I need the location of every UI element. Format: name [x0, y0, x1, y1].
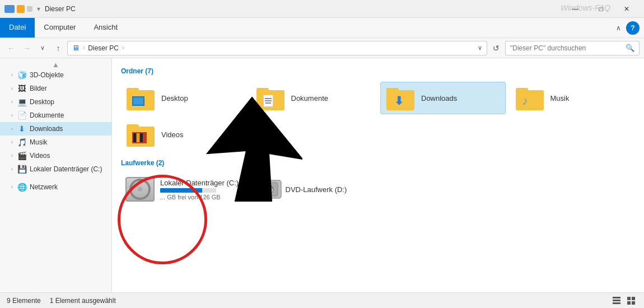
- tab-computer[interactable]: Computer: [35, 18, 85, 38]
- dokumente-label: Dokumente: [291, 94, 328, 102]
- window-icon: [4, 5, 15, 13]
- sidebar-label-musik: Musik: [30, 138, 47, 146]
- videos-label: Videos: [161, 130, 184, 139]
- expand-arrow: ›: [11, 184, 13, 190]
- expand-arrow: ›: [11, 86, 13, 91]
- sidebar-item-dokumente[interactable]: › 📄 Dokumente: [0, 109, 111, 122]
- musik-label: Musik: [550, 94, 570, 102]
- svg-rect-8: [613, 302, 620, 304]
- main-area: ▲ › 🧊 3D-Objekte › 🖼 Bilder › 💻 Desktop …: [0, 58, 644, 292]
- folder-dokumente[interactable]: Dokumente: [251, 82, 376, 114]
- expand-arrow: ›: [11, 153, 13, 158]
- desktop-label: Desktop: [161, 94, 188, 102]
- drive-c-progress-bar: [160, 188, 216, 193]
- path-chevron: ›: [83, 45, 85, 51]
- folder-musik[interactable]: ♪ Musik: [510, 82, 636, 114]
- sidebar-label-videos: Videos: [30, 152, 50, 160]
- sidebar-label-bilder: Bilder: [30, 85, 47, 92]
- search-input[interactable]: [510, 44, 626, 52]
- tab-datei[interactable]: Datei: [0, 18, 35, 38]
- folders-grid: Desktop Dokumente: [121, 82, 635, 150]
- refresh-button[interactable]: ↺: [489, 41, 503, 55]
- folders-section-title: Ordner (7): [121, 67, 635, 75]
- address-path: Dieser PC: [88, 44, 119, 52]
- sidebar-item-netzwerk[interactable]: › 🌐 Netzwerk: [0, 180, 111, 194]
- sidebar-item-downloads[interactable]: › ⬇ Downloads: [0, 122, 111, 136]
- ribbon: Datei Computer Ansicht ∧ ?: [0, 18, 644, 38]
- small-icon: [27, 6, 32, 12]
- sidebar-item-lokaler[interactable]: › 💾 Lokaler Datenträger (C:): [0, 162, 111, 176]
- titlebar: ▾ Dieser PC Windows-FAQ — □ ✕: [0, 0, 644, 18]
- downloads-folder-icon: ⬇: [385, 86, 416, 110]
- drive-c[interactable]: Lokaler Datenträger (C:) ... GB frei von…: [121, 174, 246, 205]
- drive-c-name: Lokaler Datenträger (C:): [160, 179, 239, 187]
- history-button[interactable]: ∨: [36, 41, 49, 55]
- hdd-c-icon: [125, 177, 155, 202]
- sidebar-label-desktop: Desktop: [30, 98, 54, 106]
- svg-rect-12: [632, 301, 635, 305]
- lokaler-icon: 💾: [17, 165, 26, 174]
- details-view-button[interactable]: [610, 295, 623, 307]
- expand-arrow: ›: [11, 166, 13, 172]
- expand-arrow: ›: [11, 139, 13, 145]
- svg-rect-10: [632, 297, 635, 300]
- drive-d[interactable]: DVD DVD-Laufwerk (D:): [251, 174, 376, 205]
- svg-rect-7: [613, 300, 620, 301]
- window-title: Dieser PC: [45, 5, 562, 13]
- status-count: 9 Elemente: [7, 297, 41, 305]
- sidebar-label-downloads: Downloads: [30, 125, 63, 133]
- folder-downloads[interactable]: ⬇ Downloads: [380, 82, 506, 114]
- watermark: Windows-FAQ: [561, 3, 610, 12]
- content-area: Ordner (7) Desktop: [112, 58, 644, 292]
- sidebar-item-musik[interactable]: › 🎵 Musik: [0, 136, 111, 149]
- drive-c-bar-fill: [160, 188, 202, 193]
- forward-button[interactable]: →: [20, 41, 34, 55]
- address-dropdown-button[interactable]: ∨: [478, 44, 482, 52]
- videos-icon: 🎬: [17, 151, 26, 160]
- svg-rect-6: [613, 297, 620, 298]
- svg-rect-11: [627, 301, 631, 305]
- drive-d-name: DVD-Laufwerk (D:): [286, 185, 347, 194]
- svg-rect-9: [627, 297, 631, 300]
- expand-arrow: ›: [11, 113, 13, 118]
- svg-text:DVD: DVD: [264, 188, 273, 192]
- details-view-icon: [612, 296, 621, 305]
- sidebar-item-bilder[interactable]: › 🖼 Bilder: [0, 82, 111, 95]
- help-button[interactable]: ?: [626, 21, 640, 35]
- dvd-d-icon: DVD: [255, 177, 280, 202]
- netzwerk-icon: 🌐: [17, 183, 26, 192]
- tiles-view-button[interactable]: [625, 295, 637, 307]
- tiles-view-icon: [627, 296, 636, 305]
- up-button[interactable]: ↑: [52, 41, 65, 55]
- search-bar[interactable]: 🔍: [505, 41, 640, 55]
- drives-section-title: Laufwerke (2): [121, 159, 635, 167]
- path-end-chevron: ›: [122, 45, 124, 51]
- folder-videos[interactable]: Videos: [121, 119, 246, 150]
- sidebar-label-netzwerk: Netzwerk: [30, 183, 58, 191]
- videos-folder-icon: [125, 122, 156, 147]
- folder-desktop[interactable]: Desktop: [121, 82, 246, 114]
- sidebar-item-desktop[interactable]: › 💻 Desktop: [0, 95, 111, 109]
- desktop-icon: 💻: [17, 97, 26, 106]
- navbar: ← → ∨ ↑ 🖥 › Dieser PC › ∨ ↺ 🔍: [0, 38, 644, 58]
- downloads-label: Downloads: [421, 94, 457, 102]
- sidebar-item-3d[interactable]: › 🧊 3D-Objekte: [0, 68, 111, 82]
- tab-ansicht[interactable]: Ansicht: [85, 18, 127, 38]
- sidebar-item-videos[interactable]: › 🎬 Videos: [0, 149, 111, 162]
- ribbon-collapse-button[interactable]: ∧: [613, 22, 624, 34]
- sidebar: ▲ › 🧊 3D-Objekte › 🖼 Bilder › 💻 Desktop …: [0, 58, 112, 292]
- expand-arrow: ›: [11, 72, 13, 78]
- dokumente-icon: 📄: [17, 111, 26, 120]
- search-icon: 🔍: [626, 44, 634, 52]
- quick-access-icon: [17, 5, 25, 13]
- desktop-folder-icon: [125, 86, 156, 110]
- status-selected: 1 Element ausgewählt: [50, 297, 116, 305]
- back-button[interactable]: ←: [4, 41, 18, 55]
- pc-icon: 🖥: [72, 44, 80, 52]
- dvd-svg: DVD: [255, 177, 282, 202]
- drive-d-info: DVD-Laufwerk (D:): [286, 185, 347, 194]
- view-buttons: [610, 295, 637, 307]
- 3d-icon: 🧊: [17, 71, 26, 80]
- close-button[interactable]: ✕: [614, 0, 640, 18]
- address-bar[interactable]: 🖥 › Dieser PC › ∨: [67, 41, 487, 55]
